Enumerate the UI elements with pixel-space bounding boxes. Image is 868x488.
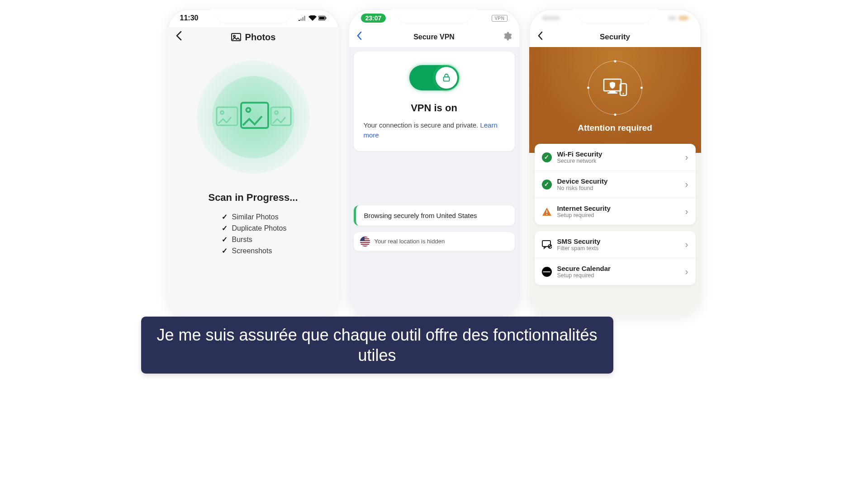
svg-rect-14	[607, 92, 617, 94]
check-icon	[222, 213, 228, 221]
settings-button[interactable]	[502, 31, 512, 43]
status-ok-icon: ✓	[542, 180, 552, 190]
row-sub: No risks found	[557, 185, 680, 191]
flag-us-icon	[360, 237, 370, 246]
vpn-heading: VPN is on	[364, 102, 505, 114]
sms-icon	[542, 240, 552, 250]
security-body: Attention required ✓ Wi-Fi Security Secu…	[529, 47, 701, 317]
browsing-location-card[interactable]: Browsing securely from United States	[354, 205, 515, 226]
photos-body: Scan in Progress... Similar Photos Dupli…	[167, 47, 339, 317]
scan-item-list: Similar Photos Duplicate Photos Bursts S…	[222, 213, 339, 255]
chevron-right-icon: ›	[685, 206, 688, 217]
check-icon	[222, 246, 228, 255]
phones-row: 11:30 Photos	[100, 0, 769, 317]
row-title: SMS Security	[557, 237, 680, 245]
chevron-right-icon: ›	[685, 239, 688, 250]
svg-point-8	[246, 108, 250, 112]
phone-notch	[398, 9, 470, 23]
wifi-icon	[308, 15, 317, 21]
security-row-device[interactable]: ✓ Device Security No risks found ›	[535, 171, 696, 198]
status-indicators: VPN	[492, 15, 507, 22]
svg-rect-11	[443, 77, 449, 81]
chevron-left-icon	[537, 31, 543, 40]
devices-shield-icon	[603, 77, 627, 98]
nav-bar: Photos	[167, 27, 339, 47]
vpn-description: Your connection is secure and private. L…	[364, 120, 505, 140]
check-icon	[222, 235, 228, 244]
row-sub: Secure network	[557, 158, 680, 164]
vpn-body: VPN is on Your connection is secure and …	[348, 47, 520, 317]
chevron-right-icon: ›	[685, 179, 688, 190]
status-time-pill: 23:07	[361, 14, 386, 23]
status-blocked-icon: —	[542, 267, 552, 277]
svg-rect-13	[609, 91, 616, 92]
scan-item: Bursts	[222, 235, 339, 244]
caption-bar: Je me suis assurée que chaque outil offr…	[141, 317, 613, 374]
security-group-1: ✓ Wi-Fi Security Secure network › ✓ Devi…	[535, 144, 696, 225]
nav-bar: Secure VPN	[348, 27, 520, 47]
attention-icon-ring	[588, 61, 642, 115]
svg-point-16	[622, 93, 624, 95]
phone-vpn: 23:07 VPN Secure VPN V	[348, 9, 520, 317]
scan-item: Similar Photos	[222, 213, 339, 221]
vpn-status-icon: VPN	[492, 15, 507, 22]
scan-heading: Scan in Progress...	[167, 192, 339, 204]
svg-point-10	[275, 111, 278, 114]
status-warning-icon	[542, 207, 552, 217]
attention-label: Attention required	[538, 123, 692, 133]
security-row-calendar[interactable]: — Secure Calendar Setup required ›	[535, 258, 696, 285]
nav-title: Security	[600, 33, 630, 42]
phone-notch	[217, 9, 289, 23]
chevron-left-icon	[356, 31, 362, 40]
chevron-right-icon: ›	[685, 152, 688, 162]
real-location-text: Your real location is hidden	[375, 238, 445, 245]
scan-item: Screenshots	[222, 246, 339, 255]
nav-bar: Security	[529, 27, 701, 47]
svg-rect-2	[325, 17, 326, 19]
battery-icon	[318, 15, 327, 21]
status-ok-icon: ✓	[542, 152, 552, 162]
nav-title-text: Secure VPN	[413, 33, 455, 41]
back-button[interactable]	[537, 31, 543, 43]
security-row-wifi[interactable]: ✓ Wi-Fi Security Secure network ›	[535, 144, 696, 171]
svg-point-4	[233, 35, 235, 37]
real-location-card[interactable]: Your real location is hidden	[354, 232, 515, 251]
security-group-2: SMS Security Filter spam texts › — Secur…	[535, 231, 696, 285]
svg-rect-17	[546, 210, 547, 213]
nav-title: Secure VPN	[413, 33, 455, 41]
security-row-sms[interactable]: SMS Security Filter spam texts ›	[535, 231, 696, 258]
nav-title: Photos	[231, 32, 276, 43]
status-time: 11:30	[180, 14, 199, 22]
vpn-toggle[interactable]	[409, 65, 459, 90]
attention-banner: Attention required	[529, 47, 701, 153]
back-button[interactable]	[175, 31, 182, 43]
vpn-description-text: Your connection is secure and private.	[364, 121, 480, 129]
phone-notch	[579, 9, 651, 23]
lock-icon	[441, 73, 451, 83]
row-title: Secure Calendar	[557, 265, 680, 272]
scan-item: Duplicate Photos	[222, 224, 339, 232]
cellular-icon	[299, 15, 307, 21]
gear-icon	[502, 31, 512, 41]
row-sub: Filter spam texts	[557, 245, 680, 251]
svg-rect-19	[542, 241, 550, 246]
vpn-toggle-knob	[436, 67, 457, 89]
row-sub: Setup required	[557, 272, 680, 279]
row-sub: Setup required	[557, 212, 680, 218]
nav-title-text: Security	[600, 33, 630, 42]
security-row-internet[interactable]: Internet Security Setup required ›	[535, 198, 696, 225]
check-icon	[222, 224, 228, 232]
chevron-left-icon	[175, 31, 182, 41]
svg-rect-18	[546, 214, 547, 215]
photos-stack-icon	[215, 99, 292, 135]
vpn-status-card: VPN is on Your connection is secure and …	[354, 52, 515, 151]
scan-progress-visual	[197, 61, 310, 174]
row-title: Wi-Fi Security	[557, 150, 680, 158]
svg-rect-1	[319, 17, 324, 19]
svg-point-6	[220, 111, 223, 114]
photo-icon	[231, 32, 242, 43]
phone-photos: 11:30 Photos	[167, 9, 339, 317]
phone-security: Security Attention required	[529, 9, 701, 317]
back-button[interactable]	[356, 31, 362, 43]
nav-title-text: Photos	[245, 32, 276, 43]
